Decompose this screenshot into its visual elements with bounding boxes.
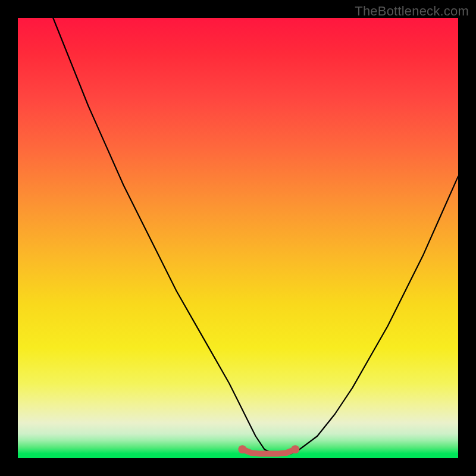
chart-frame: TheBottleneck.com (0, 0, 476, 476)
series-red-highlight (242, 449, 295, 453)
plot-area (18, 18, 458, 458)
watermark-text: TheBottleneck.com (355, 4, 469, 19)
chart-svg (18, 18, 458, 458)
highlight-endpoint (291, 445, 299, 453)
highlight-endpoint (238, 445, 246, 453)
series-black-curve (53, 18, 458, 454)
